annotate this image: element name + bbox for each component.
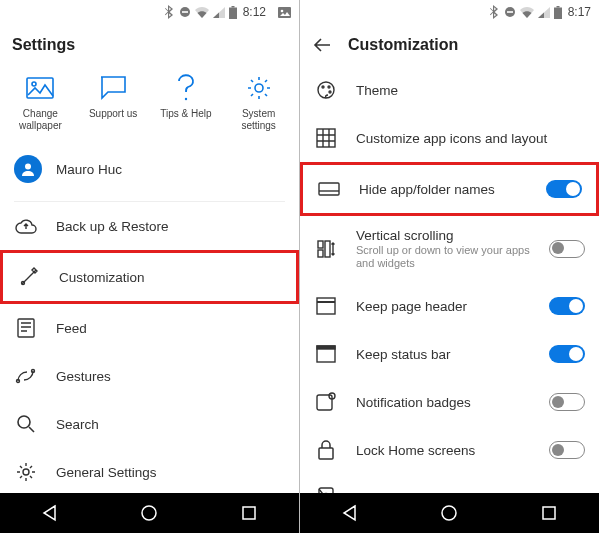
user-name-label: Mauro Huc [56, 162, 122, 177]
svg-point-15 [18, 416, 30, 428]
svg-rect-1 [182, 11, 188, 13]
nav-bar [0, 493, 299, 533]
customization-screen: 8:17 Customization ThemeCustomize app ic… [300, 0, 599, 533]
tools-icon [17, 265, 41, 289]
status-bar-icon [314, 342, 338, 366]
quick-actions-row: Change wallpaper Support us Tips & Help … [0, 66, 299, 145]
status-bar: 8:17 [300, 0, 599, 24]
svg-point-18 [142, 506, 156, 520]
avatar [14, 155, 42, 183]
item-label: Keep page header [356, 299, 531, 314]
bluetooth-icon [490, 5, 500, 19]
picture-icon [26, 74, 54, 102]
change-wallpaper-button[interactable]: Change wallpaper [7, 74, 73, 131]
nav-back-button[interactable] [40, 503, 60, 523]
option-keep-page-header[interactable]: Keep page header [300, 282, 599, 330]
quick-label: Change wallpaper [7, 108, 73, 131]
item-label: Back up & Restore [56, 219, 169, 234]
badge-icon [314, 390, 338, 414]
quick-label: Tips & Help [160, 108, 211, 120]
settings-icon [14, 460, 38, 484]
header: Settings [0, 24, 299, 66]
toggle-switch[interactable] [549, 441, 585, 459]
back-button[interactable] [312, 35, 332, 55]
header: Customization [300, 24, 599, 66]
svg-rect-21 [507, 11, 513, 13]
option-notification-badges[interactable]: Notification badges [300, 378, 599, 426]
svg-point-25 [322, 86, 324, 88]
toggle-switch[interactable] [546, 180, 582, 198]
svg-rect-35 [317, 346, 335, 349]
option-keep-status-bar[interactable]: Keep status bar [300, 330, 599, 378]
status-bar: 8:12 [0, 0, 299, 24]
svg-rect-42 [543, 507, 555, 519]
battery-icon [229, 6, 237, 19]
option-hidden-apps[interactable]: Hidden apps [300, 474, 599, 493]
option-lock-home-screens[interactable]: Lock Home screens [300, 426, 599, 474]
page-header-icon [314, 294, 338, 318]
menu-item-back-up-restore[interactable]: Back up & Restore [0, 202, 299, 250]
status-time: 8:12 [243, 5, 266, 19]
tips-help-button[interactable]: Tips & Help [153, 74, 219, 131]
menu-item-feed[interactable]: Feed [0, 304, 299, 352]
item-label: General Settings [56, 465, 157, 480]
option-theme[interactable]: Theme [300, 66, 599, 114]
item-label: Lock Home screens [356, 443, 531, 458]
status-time: 8:17 [568, 5, 591, 19]
nav-home-button[interactable] [139, 503, 159, 523]
svg-point-26 [328, 86, 330, 88]
page-title: Settings [12, 36, 75, 54]
svg-rect-6 [27, 78, 53, 98]
item-label: Customization [59, 270, 145, 285]
option-customize-app-icons-and-layout[interactable]: Customize app icons and layout [300, 114, 599, 162]
quick-label: System settings [226, 108, 292, 131]
svg-point-10 [25, 164, 31, 170]
svg-rect-28 [317, 129, 335, 147]
wifi-icon [195, 7, 209, 18]
option-vertical-scrolling[interactable]: Vertical scrollingScroll up or down to v… [300, 216, 599, 282]
svg-rect-23 [554, 7, 562, 19]
vertical-scroll-icon [314, 237, 338, 261]
page-title: Customization [348, 36, 458, 54]
menu-item-search[interactable]: Search [0, 400, 299, 448]
feed-icon [14, 316, 38, 340]
svg-rect-2 [231, 6, 234, 8]
picture-indicator-icon [278, 7, 291, 18]
toggle-switch[interactable] [549, 297, 585, 315]
battery-icon [554, 6, 562, 19]
nav-bar [300, 493, 599, 533]
quick-label: Support us [89, 108, 137, 120]
menu-item-gestures[interactable]: Gestures [0, 352, 299, 400]
svg-rect-30 [318, 241, 323, 248]
svg-rect-29 [319, 183, 339, 195]
toggle-switch[interactable] [549, 393, 585, 411]
svg-rect-32 [325, 241, 330, 257]
nav-back-button[interactable] [340, 503, 360, 523]
theme-icon [314, 78, 338, 102]
toggle-switch[interactable] [549, 345, 585, 363]
svg-rect-38 [319, 448, 333, 459]
user-account-row[interactable]: Mauro Huc [0, 145, 299, 201]
bluetooth-icon [165, 5, 175, 19]
menu-item-customization[interactable]: Customization [0, 250, 299, 304]
svg-point-27 [329, 91, 331, 93]
svg-point-16 [23, 469, 29, 475]
settings-screen: 8:12 Settings Change wallpaper Support u… [0, 0, 299, 533]
lock-icon [314, 438, 338, 462]
item-label: Feed [56, 321, 87, 336]
toggle-switch[interactable] [549, 240, 585, 258]
hidden-apps-icon [314, 486, 338, 493]
svg-rect-33 [317, 298, 335, 314]
grid-icon [314, 126, 338, 150]
system-settings-button[interactable]: System settings [226, 74, 292, 131]
option-hide-app-folder-names[interactable]: Hide app/folder names [300, 162, 599, 216]
support-us-button[interactable]: Support us [80, 74, 146, 131]
nav-home-button[interactable] [439, 503, 459, 523]
cloud-icon [14, 214, 38, 238]
item-label: Vertical scrolling [356, 228, 531, 243]
nav-recent-button[interactable] [539, 503, 559, 523]
menu-item-general-settings[interactable]: General Settings [0, 448, 299, 493]
svg-point-9 [255, 84, 263, 92]
dnd-icon [179, 6, 191, 18]
nav-recent-button[interactable] [239, 503, 259, 523]
